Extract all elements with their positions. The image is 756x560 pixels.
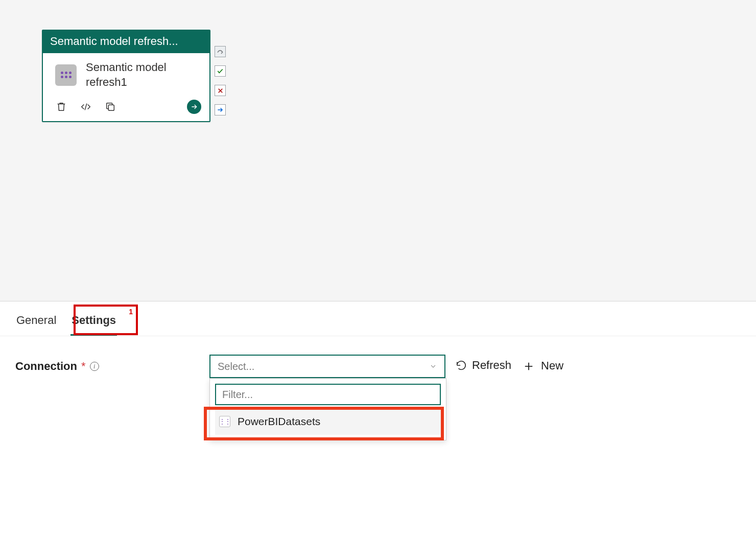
connection-option-powerbidatasets[interactable]: ⋮⋮ PowerBIDatasets — [215, 408, 441, 435]
connection-dropdown: Filter... ⋮⋮ PowerBIDatasets — [209, 378, 446, 440]
connection-select-wrap: Select... Filter... ⋮⋮ PowerBIDatasets — [209, 355, 445, 378]
connection-row: Connection * i Select... Filter... ⋮⋮ Po… — [15, 355, 741, 378]
copy-icon[interactable] — [104, 101, 116, 113]
svg-rect-0 — [108, 105, 114, 111]
on-success-icon[interactable] — [215, 65, 226, 77]
activity-card-title: Semantic model refresh... — [43, 31, 209, 53]
activity-card-body: Semantic model refresh1 — [43, 53, 209, 95]
connection-filter-input[interactable]: Filter... — [215, 384, 441, 405]
activity-toolbar — [43, 95, 209, 121]
plus-icon: ＋ — [522, 359, 536, 373]
new-label: New — [541, 359, 563, 372]
connection-select[interactable]: Select... — [209, 355, 445, 378]
refresh-label: Refresh — [472, 359, 511, 372]
pipeline-canvas[interactable]: Semantic model refresh... Semantic model… — [0, 0, 756, 301]
new-button[interactable]: ＋ New — [522, 355, 563, 373]
dataset-icon: ⋮⋮ — [219, 416, 230, 427]
code-icon[interactable] — [80, 101, 92, 113]
connection-select-placeholder: Select... — [218, 361, 254, 372]
activity-name-label: Semantic model refresh1 — [86, 60, 201, 89]
connection-label-text: Connection — [15, 360, 77, 373]
info-icon[interactable]: i — [90, 362, 99, 371]
on-skip-icon[interactable] — [215, 46, 226, 57]
delete-icon[interactable] — [55, 101, 67, 113]
connection-option-label: PowerBIDatasets — [238, 415, 320, 428]
refresh-button[interactable]: Refresh — [456, 355, 511, 372]
on-completion-icon[interactable] — [215, 104, 226, 115]
run-button[interactable] — [187, 100, 201, 114]
tab-settings[interactable]: Settings — [70, 311, 117, 336]
required-star-icon: * — [81, 360, 86, 373]
activity-card[interactable]: Semantic model refresh... Semantic model… — [42, 30, 210, 122]
semantic-model-icon — [55, 64, 77, 86]
refresh-icon — [456, 360, 467, 371]
on-fail-icon[interactable] — [215, 85, 226, 96]
chevron-down-icon — [429, 362, 437, 370]
filter-placeholder: Filter... — [222, 389, 253, 401]
connection-label: Connection * i — [15, 355, 199, 373]
tab-general[interactable]: General — [15, 311, 57, 336]
status-connector-palette — [215, 46, 226, 115]
panel-tabs: General Settings — [0, 301, 756, 336]
